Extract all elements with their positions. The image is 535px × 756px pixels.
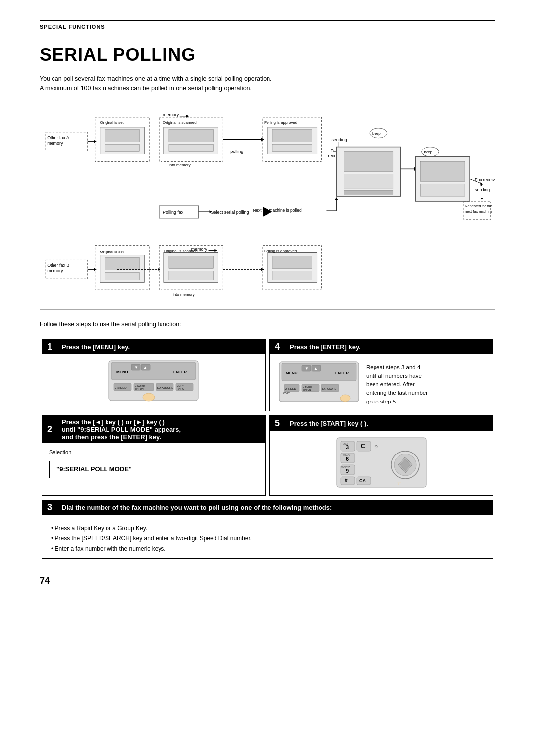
svg-text:EXPOSURE: EXPOSURE (322, 387, 336, 390)
bullet-1: Press a Rapid Key or a Group Key. (51, 523, 486, 533)
svg-rect-36 (344, 174, 393, 189)
svg-text:☞: ☞ (395, 480, 401, 487)
svg-rect-24 (272, 144, 312, 151)
svg-text:into memory: into memory (173, 292, 195, 297)
svg-text:9: 9 (346, 468, 349, 474)
step-1-image: MENU ENTER ▼ ▲ 2-SIDED E-SORT/ SP.FUN EX… (42, 354, 265, 408)
svg-text:beep: beep (372, 131, 381, 135)
svg-text:2-SIDED: 2-SIDED (285, 387, 296, 390)
step-3-header: 3 Dial the number of the fax machine you… (42, 500, 493, 515)
step-1-title: Press the [MENU] key. (62, 343, 130, 351)
svg-text:▼: ▼ (305, 366, 309, 371)
svg-text:C: C (361, 443, 365, 450)
svg-text:Original is set: Original is set (100, 120, 124, 124)
svg-text:Other fax B: Other fax B (47, 263, 69, 268)
step-4-title: Press the [ENTER] key. (290, 343, 361, 351)
svg-rect-80 (169, 271, 214, 280)
svg-rect-6 (105, 129, 140, 142)
step-3-box: 3 Dial the number of the fax machine you… (42, 500, 493, 559)
svg-text:sending: sending (331, 137, 347, 142)
svg-text:SP.FUN: SP.FUN (303, 389, 311, 391)
svg-text:Polling is approved: Polling is approved (264, 120, 297, 124)
enter-keyboard-svg: MENU ENTER ▼ ▲ 2-SIDED COPY E-SORT/ SP.F… (277, 359, 361, 404)
svg-text:Next fax machine is polled: Next fax machine is polled (253, 207, 302, 212)
svg-text:memory: memory (47, 140, 63, 145)
svg-text:3: 3 (346, 444, 349, 450)
intro-line-2: A maximum of 100 fax machines can be pol… (40, 84, 495, 93)
step-4-header: 4 Press the [ENTER] key. (270, 339, 493, 354)
diagram-svg: Other fax A memory Original is set memor… (40, 102, 495, 309)
step-3-content: Press a Rapid Key or a Group Key. Press … (42, 515, 493, 558)
svg-text:polling: polling (230, 149, 243, 153)
svg-rect-72 (105, 257, 140, 270)
svg-text:☞: ☞ (144, 393, 150, 401)
svg-text:▼: ▼ (134, 365, 138, 370)
svg-text:into memory: into memory (169, 163, 191, 167)
svg-rect-43 (421, 161, 465, 181)
step-2-box: 2 Press the [◄] key ( ) or [►] key ( )un… (42, 415, 266, 496)
svg-text:Select serial polling: Select serial polling (211, 209, 249, 214)
svg-text:Polling fax: Polling fax (163, 209, 184, 214)
menu-keyboard-svg: MENU ENTER ▼ ▲ 2-SIDED E-SORT/ SP.FUN EX… (104, 358, 203, 403)
section-header: SPECIAL FUNCTIONS (40, 20, 495, 30)
svg-text:next fax machine: next fax machine (465, 209, 492, 213)
page-number: 74 (40, 576, 495, 586)
svg-text:MENU: MENU (116, 370, 128, 374)
svg-rect-144 (341, 477, 355, 485)
svg-rect-79 (169, 256, 214, 268)
intro-text: You can poll several fax machines one at… (40, 74, 495, 93)
steps-grid: 1 Press the [MENU] key. MENU ENTER ▼ ▲ (40, 337, 495, 561)
step-1-num: 1 (47, 342, 59, 352)
svg-text:Repeated for the: Repeated for the (465, 203, 492, 208)
svg-text:Fax received: Fax received (475, 177, 495, 182)
svg-text:CA: CA (359, 478, 366, 483)
svg-text:2-SIDED: 2-SIDED (115, 386, 127, 389)
page-container: SPECIAL FUNCTIONS SERIAL POLLING You can… (0, 0, 535, 756)
step-4-content: MENU ENTER ▼ ▲ 2-SIDED COPY E-SORT/ SP.F… (270, 354, 493, 411)
step-5-box: 5 Press the [START] key ( ). DEF 3 C ⊙ (269, 415, 493, 496)
step-5-num: 5 (275, 418, 287, 429)
svg-text:☞: ☞ (340, 394, 346, 402)
step-2-header: 2 Press the [◄] key ( ) or [►] key ( )un… (42, 416, 265, 443)
svg-rect-87 (272, 256, 312, 268)
svg-text:ENTER: ENTER (335, 371, 349, 375)
svg-text:memory: memory (47, 268, 63, 273)
svg-rect-35 (344, 151, 393, 171)
svg-text:COPY: COPY (283, 392, 290, 395)
step-5-title: Press the [START] key ( ). (290, 420, 368, 427)
step-1-box: 1 Press the [MENU] key. MENU ENTER ▼ ▲ (42, 339, 266, 411)
step-3-title: Dial the number of the fax machine you w… (62, 504, 332, 511)
poll-mode-box: "9:SERIAL POLL MODE" (49, 461, 139, 478)
step-4-repeat-text: Repeat steps 3 and 4 until all numbers h… (366, 359, 429, 406)
svg-text:sending: sending (475, 187, 490, 192)
step-2-content: Selection "9:SERIAL POLL MODE" (42, 443, 265, 486)
selection-label: Selection (49, 448, 258, 457)
svg-rect-15 (169, 129, 214, 142)
svg-text:#: # (345, 478, 348, 483)
step-3-num: 3 (47, 503, 59, 513)
section-title: SPECIAL FUNCTIONS (40, 24, 105, 30)
svg-text:E-SORT/: E-SORT/ (303, 386, 312, 388)
svg-text:memory: memory (163, 112, 179, 117)
svg-text:⊙: ⊙ (374, 444, 378, 449)
svg-text:ENTER: ENTER (173, 370, 187, 374)
step-4-box: 4 Press the [ENTER] key. MENU ENTER ▼ ▲ (269, 339, 493, 411)
step-4-num: 4 (275, 342, 287, 352)
diagram-area: Other fax A memory Original is set memor… (40, 102, 495, 310)
step-2-title: Press the [◄] key ( ) or [►] key ( )unti… (62, 418, 181, 441)
svg-text:MENU: MENU (286, 371, 298, 375)
svg-text:RATIO: RATIO (177, 387, 184, 390)
follow-text: Follow these steps to use the serial pol… (40, 321, 495, 328)
svg-rect-88 (272, 271, 312, 280)
svg-text:Original is scanned: Original is scanned (164, 248, 198, 252)
svg-text:Original is scanned: Original is scanned (163, 120, 197, 124)
start-keyboard-svg: DEF 3 C ⊙ MNO 6 WXYZ 9 # (332, 435, 431, 490)
bullet-3: Enter a fax number with the numeric keys… (51, 544, 486, 554)
page-title: SERIAL POLLING (40, 45, 495, 65)
svg-text:Polling is approved: Polling is approved (264, 248, 297, 252)
svg-text:Other fax A: Other fax A (47, 135, 69, 140)
svg-text:Original is set: Original is set (100, 249, 124, 253)
svg-rect-16 (169, 144, 214, 151)
svg-text:▲: ▲ (314, 366, 318, 371)
bullet-2: Press the [SPEED/SEARCH] key and enter a… (51, 533, 486, 543)
